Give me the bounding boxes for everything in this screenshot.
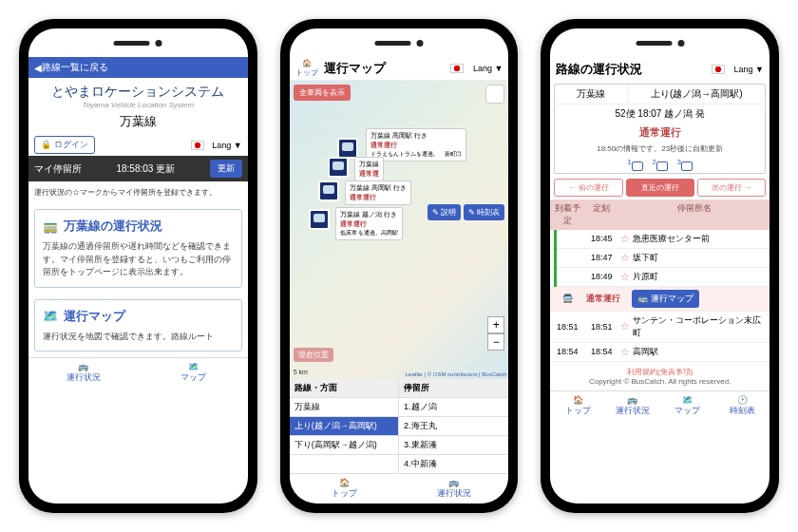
tab-top[interactable]: 🏠トップ bbox=[550, 391, 605, 421]
map-pin-icon: 🗺️ bbox=[43, 309, 58, 323]
stop-row[interactable]: 18:47☆坂下町 bbox=[550, 249, 770, 268]
map-attribution: Leaflet | © OSM contributors | BusCatch bbox=[406, 371, 507, 377]
stop-row[interactable]: 18:5118:51☆サンテン・コーポレーション末広町 bbox=[550, 312, 770, 343]
stop-cell[interactable]: 4.中新湊 bbox=[399, 455, 508, 473]
flag-icon bbox=[450, 64, 464, 73]
phone-2: 🏠トップ 運行マップ Lang ▼ 全車両を表示 万葉線 高岡駅 行き通常運行ド… bbox=[280, 19, 519, 513]
map-canvas[interactable]: 全車両を表示 万葉線 高岡駅 行き通常運行ドラえもんトラムを通過。 新町口 万葉… bbox=[290, 81, 509, 379]
stop-cell[interactable]: 1.越ノ潟 bbox=[399, 398, 508, 416]
tab-status[interactable]: 🚌運行状況 bbox=[28, 358, 138, 388]
phone-1: ◀ 路線一覧に戻る とやまロケーションシステム Toyama Vehicle L… bbox=[19, 19, 257, 513]
zoom-in-button[interactable]: + bbox=[487, 316, 504, 333]
trip-num[interactable]: 3 bbox=[677, 158, 693, 171]
all-vehicles-button[interactable]: 全車両を表示 bbox=[294, 85, 351, 101]
col-stop: 停留所 bbox=[399, 379, 508, 397]
star-icon[interactable]: ☆ bbox=[620, 320, 630, 332]
phone-3: 路線の運行状況 Lang ▼ 万葉線上り(越ノ潟→高岡駅) 52便 18:07 … bbox=[541, 19, 779, 513]
stop-row[interactable]: 18:5418:54☆高岡駅 bbox=[550, 343, 770, 362]
mystop-label: マイ停留所 bbox=[34, 162, 82, 176]
bus-popup[interactable]: 万葉線通常運 bbox=[354, 157, 384, 181]
back-label: 路線一覧に戻る bbox=[42, 61, 108, 74]
copyright: Copyright © BusCatch. All rights reserve… bbox=[589, 377, 732, 386]
lang-select[interactable]: Lang ▼ bbox=[212, 141, 241, 150]
tab-timetable[interactable]: 🕑時刻表 bbox=[714, 391, 770, 421]
bus-popup[interactable]: 万葉線 越ノ潟 行き通常運行低床車 を通過。高岡駅 bbox=[335, 207, 404, 240]
zoom-out-button[interactable]: − bbox=[487, 333, 504, 351]
page-title: 運行マップ bbox=[324, 60, 386, 77]
lang-select[interactable]: Lang ▼ bbox=[473, 64, 503, 73]
stop-row[interactable]: 18:49☆片原町 bbox=[550, 268, 770, 287]
timetable-button[interactable]: ✎ 時刻表 bbox=[464, 204, 504, 220]
map-button[interactable]: 🚌 運行マップ bbox=[632, 290, 699, 308]
bus-marker-icon[interactable] bbox=[337, 138, 358, 159]
stop-row[interactable]: 18:45☆急患医療センター前 bbox=[550, 230, 770, 249]
star-icon[interactable]: ☆ bbox=[620, 346, 630, 358]
star-icon[interactable]: ☆ bbox=[620, 271, 630, 283]
system-subtitle: Toyama Vehicle Location System bbox=[28, 101, 248, 109]
tab-status[interactable]: 🚌運行状況 bbox=[605, 391, 660, 421]
card-map[interactable]: 🗺️運行マップ 運行状況を地図で確認できます。路線ルート bbox=[34, 299, 242, 352]
back-button[interactable]: ◀ 路線一覧に戻る bbox=[28, 57, 248, 78]
mystop-bar: マイ停留所 18:58:03 更新 更新 bbox=[28, 156, 248, 181]
card-status[interactable]: 🚃万葉線の運行状況 万葉線の通過停留所や遅れ時間などを確認できます。マイ停留所を… bbox=[34, 209, 242, 288]
terms-link[interactable]: 利用規約(免責事項) bbox=[627, 368, 693, 376]
bus-popup[interactable]: 万葉線 高岡駅 行き通常運行 bbox=[345, 180, 411, 205]
current-trip-button[interactable]: 直近の運行 bbox=[626, 179, 694, 197]
trip-info-box: 万葉線上り(越ノ潟→高岡駅) 52便 18:07 越ノ潟 発 通常運行 18:5… bbox=[554, 84, 766, 174]
progress-arrow-icon bbox=[554, 230, 557, 287]
update-button[interactable]: 更新 bbox=[210, 160, 242, 178]
bus-marker-icon[interactable] bbox=[328, 157, 349, 178]
bus-position-icon: 🚍 bbox=[562, 294, 573, 303]
prev-trip-button[interactable]: ← 前の運行 bbox=[554, 179, 622, 197]
phone-screen: ◀ 路線一覧に戻る とやまロケーションシステム Toyama Vehicle L… bbox=[28, 28, 248, 504]
route-cell-selected[interactable]: 上り(越ノ潟→高岡駅) bbox=[290, 417, 399, 435]
bottom-tabs: 🏠トップ 🚌運行状況 bbox=[290, 473, 509, 504]
route-cell[interactable]: 下り(高岡駅→越ノ潟) bbox=[290, 436, 399, 454]
direction-label: 上り(越ノ潟→高岡駅) bbox=[629, 85, 765, 104]
flag-icon bbox=[712, 65, 725, 74]
update-info: 18:50の情報です。23秒後に自動更新 bbox=[555, 142, 765, 156]
header: 路線の運行状況 Lang ▼ bbox=[550, 57, 770, 82]
tab-map[interactable]: 🗺️マップ bbox=[660, 391, 715, 421]
star-icon[interactable]: ☆ bbox=[620, 252, 630, 264]
col-route: 路線・方面 bbox=[290, 379, 399, 397]
mystop-note: 運行状況の☆マークからマイ停留所を登録できます。 bbox=[28, 181, 248, 203]
route-table: 路線・方面停留所 万葉線1.越ノ潟 上り(越ノ潟→高岡駅)2.海王丸 下り(高岡… bbox=[290, 379, 509, 473]
next-trip-button[interactable]: 次の運行 → bbox=[697, 179, 766, 197]
trip-nav: ← 前の運行 直近の運行 次の運行 → bbox=[550, 176, 770, 200]
trip-num[interactable]: 1 bbox=[627, 158, 642, 171]
table-head: 到着予定 定刻 停留所名 bbox=[550, 200, 770, 230]
footer: 利用規約(免責事項) Copyright © BusCatch. All rig… bbox=[550, 362, 770, 390]
page-title: 路線の運行状況 bbox=[556, 61, 642, 78]
system-title: とやまロケーションシステム bbox=[28, 84, 248, 101]
route-cell bbox=[290, 455, 399, 473]
stop-list: 18:45☆急患医療センター前 18:47☆坂下町 18:49☆片原町 bbox=[550, 230, 770, 287]
route-label: 万葉線 bbox=[555, 85, 628, 104]
tab-top[interactable]: 🏠トップ bbox=[290, 474, 399, 504]
status-label: 通常運行 bbox=[555, 124, 765, 142]
bus-marker-icon[interactable] bbox=[318, 180, 339, 201]
phone-screen: 🏠トップ 運行マップ Lang ▼ 全車両を表示 万葉線 高岡駅 行き通常運行ド… bbox=[290, 28, 509, 504]
star-icon[interactable]: ☆ bbox=[620, 233, 630, 245]
login-button[interactable]: 🔒 ログイン bbox=[34, 136, 95, 154]
tab-map[interactable]: 🗺️マップ bbox=[138, 358, 247, 388]
stop-cell[interactable]: 2.海王丸 bbox=[399, 417, 508, 435]
route-cell[interactable]: 万葉線 bbox=[290, 398, 399, 416]
train-icon: 🚃 bbox=[43, 219, 58, 234]
current-position-row: 🚍 通常運行 🚌 運行マップ bbox=[550, 287, 770, 312]
bottom-tabs: 🚌運行状況 🗺️マップ bbox=[28, 357, 248, 388]
location-button[interactable]: 現在位置 bbox=[294, 348, 333, 362]
stop-cell[interactable]: 3.東新湊 bbox=[399, 436, 508, 454]
route-name: 万葉線 bbox=[28, 113, 248, 130]
lang-select[interactable]: Lang ▼ bbox=[734, 65, 764, 74]
desc-button[interactable]: ✎ 説明 bbox=[428, 204, 461, 220]
top-button[interactable]: 🏠トップ bbox=[295, 59, 318, 78]
flag-icon bbox=[191, 141, 204, 150]
phone-screen: 路線の運行状況 Lang ▼ 万葉線上り(越ノ潟→高岡駅) 52便 18:07 … bbox=[550, 28, 770, 504]
tab-status[interactable]: 🚌運行状況 bbox=[399, 474, 508, 504]
bus-marker-icon[interactable] bbox=[309, 209, 330, 230]
trip-num[interactable]: 2 bbox=[653, 158, 668, 171]
scale-bar: 5 km bbox=[294, 369, 308, 375]
layers-button[interactable] bbox=[485, 85, 504, 104]
update-time: 18:58:03 更新 bbox=[116, 162, 175, 176]
